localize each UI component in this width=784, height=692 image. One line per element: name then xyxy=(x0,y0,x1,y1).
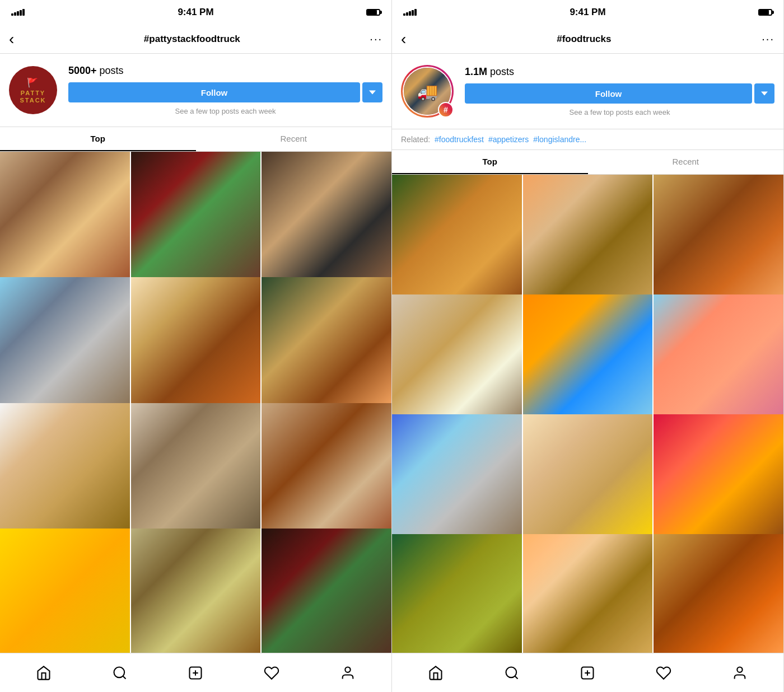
signal-bars-right xyxy=(403,9,417,16)
header-right: 🚚 # 1.1M posts Follow See a few top post… xyxy=(392,54,783,129)
status-time-left: 9:41 PM xyxy=(178,7,213,18)
grid-item[interactable] xyxy=(392,294,522,424)
grid-item[interactable] xyxy=(131,152,261,282)
avatar-left: 🚩 PATTY STACK xyxy=(9,66,57,114)
grid-item[interactable] xyxy=(262,277,391,407)
grid-item[interactable] xyxy=(523,534,653,653)
battery-left xyxy=(366,9,380,16)
avatar-right: 🚚 # xyxy=(401,65,454,118)
grid-item[interactable] xyxy=(523,414,653,544)
follow-button-left[interactable]: Follow xyxy=(68,82,360,102)
header-info-left: 5000+ posts Follow See a few top posts e… xyxy=(68,65,382,115)
hashtag-badge: # xyxy=(438,102,454,118)
follow-row-right: Follow xyxy=(465,83,774,104)
grid-item[interactable] xyxy=(262,403,391,533)
svg-point-6 xyxy=(345,667,350,672)
grid-item[interactable] xyxy=(0,529,130,653)
grid-item[interactable] xyxy=(654,175,783,305)
tabs-left: Top Recent xyxy=(0,127,391,152)
header-info-right: 1.1M posts Follow See a few top posts ea… xyxy=(465,66,774,116)
svg-marker-7 xyxy=(761,91,768,95)
tab-top-left[interactable]: Top xyxy=(0,127,196,151)
battery-right xyxy=(758,9,772,16)
heart-icon-right[interactable] xyxy=(651,661,676,685)
home-icon-left[interactable] xyxy=(31,661,56,685)
posts-count-right: 1.1M posts xyxy=(465,66,774,78)
follow-dropdown-right[interactable] xyxy=(754,83,774,104)
grid-item[interactable] xyxy=(392,175,522,305)
grid-item[interactable] xyxy=(0,403,130,533)
see-posts-right: See a few top posts each week xyxy=(465,108,774,116)
nav-bar-left: ‹ #pattystackfoodtruck ··· xyxy=(0,25,391,54)
back-button-right[interactable]: ‹ xyxy=(401,30,406,48)
status-bar-left: 9:41 PM xyxy=(0,0,391,25)
svg-marker-0 xyxy=(369,90,376,94)
svg-line-2 xyxy=(123,676,125,679)
grid-item[interactable] xyxy=(392,414,522,544)
grid-item[interactable] xyxy=(654,414,783,544)
tabs-right: Top Recent xyxy=(392,150,783,175)
photos-grid-right xyxy=(392,175,783,653)
svg-line-9 xyxy=(515,676,517,679)
search-icon-right[interactable] xyxy=(500,661,524,685)
grid-item[interactable] xyxy=(654,294,783,424)
related-tag-3[interactable]: #longislandre... xyxy=(533,135,586,144)
svg-point-1 xyxy=(114,667,124,677)
search-icon-left[interactable] xyxy=(108,661,132,685)
svg-point-8 xyxy=(506,667,516,677)
back-button-left[interactable]: ‹ xyxy=(9,30,14,48)
bottom-nav-left xyxy=(0,653,391,692)
grid-item[interactable] xyxy=(523,175,653,305)
more-button-right[interactable]: ··· xyxy=(762,32,774,45)
nav-bar-right: ‹ #foodtrucks ··· xyxy=(392,25,783,54)
right-panel: 9:41 PM ‹ #foodtrucks ··· 🚚 # 1.1M posts… xyxy=(392,0,784,692)
related-tags: Related: #foodtruckfest #appetizers #lon… xyxy=(392,129,783,150)
page-title-right: #foodtrucks xyxy=(557,34,611,45)
see-posts-left: See a few top posts each week xyxy=(68,107,382,115)
profile-icon-left[interactable] xyxy=(335,661,360,685)
grid-item[interactable] xyxy=(131,277,261,407)
page-title-left: #pattystackfoodtruck xyxy=(144,34,240,45)
add-icon-right[interactable] xyxy=(575,661,600,685)
left-panel: 9:41 PM ‹ #pattystackfoodtruck ··· 🚩 PAT… xyxy=(0,0,392,692)
related-tag-1[interactable]: #foodtruckfest xyxy=(435,135,484,144)
grid-item[interactable] xyxy=(392,534,522,653)
home-icon-right[interactable] xyxy=(423,661,448,685)
grid-item[interactable] xyxy=(0,152,130,282)
header-left: 🚩 PATTY STACK 5000+ posts Follow See a f… xyxy=(0,54,391,127)
related-label: Related: xyxy=(401,135,430,144)
grid-item[interactable] xyxy=(523,294,653,424)
add-icon-left[interactable] xyxy=(183,661,208,685)
status-time-right: 9:41 PM xyxy=(570,7,605,18)
follow-button-right[interactable]: Follow xyxy=(465,83,752,104)
more-button-left[interactable]: ··· xyxy=(370,32,382,45)
grid-item[interactable] xyxy=(0,277,130,407)
follow-row-left: Follow xyxy=(68,82,382,102)
signal-bars-left xyxy=(11,9,25,16)
tab-top-right[interactable]: Top xyxy=(392,150,588,174)
grid-item[interactable] xyxy=(262,152,391,282)
follow-dropdown-left[interactable] xyxy=(362,82,382,102)
tab-recent-right[interactable]: Recent xyxy=(588,150,784,174)
tab-recent-left[interactable]: Recent xyxy=(196,127,392,151)
status-bar-right: 9:41 PM xyxy=(392,0,783,25)
grid-item[interactable] xyxy=(131,403,261,533)
grid-item[interactable] xyxy=(262,529,391,653)
related-tag-2[interactable]: #appetizers xyxy=(488,135,529,144)
posts-count-left: 5000+ posts xyxy=(68,65,382,77)
bottom-nav-right xyxy=(392,653,783,692)
grid-item[interactable] xyxy=(654,534,783,653)
photos-grid-left xyxy=(0,152,391,653)
grid-item[interactable] xyxy=(131,529,261,653)
profile-icon-right[interactable] xyxy=(727,661,752,685)
svg-point-13 xyxy=(737,667,742,672)
heart-icon-left[interactable] xyxy=(259,661,284,685)
